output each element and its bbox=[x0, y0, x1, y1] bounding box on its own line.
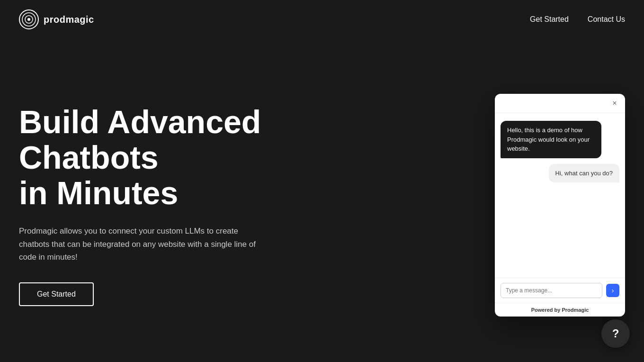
svg-point-3 bbox=[27, 18, 30, 21]
hero-get-started-button[interactable]: Get Started bbox=[19, 282, 94, 306]
logo-text: prodmagic bbox=[44, 14, 94, 25]
chat-input[interactable] bbox=[501, 283, 602, 298]
chat-messages: Hello, this is a demo of how Prodmagic w… bbox=[495, 113, 625, 278]
hero-left: Build Advanced Chatbots in Minutes Prodm… bbox=[19, 104, 303, 306]
hero-section: Build Advanced Chatbots in Minutes Prodm… bbox=[0, 39, 644, 362]
hero-right: × Hello, this is a demo of how Prodmagic… bbox=[495, 94, 625, 317]
logo[interactable]: prodmagic bbox=[19, 9, 94, 29]
nav-get-started[interactable]: Get Started bbox=[530, 15, 569, 24]
chat-header: × bbox=[495, 94, 625, 113]
logo-icon bbox=[19, 9, 39, 29]
chat-close-button[interactable]: × bbox=[610, 99, 619, 108]
chat-user-message: Hi, what can you do? bbox=[549, 164, 619, 183]
chat-input-area: › bbox=[495, 278, 625, 303]
hero-description: Prodmagic allows you to connect your cus… bbox=[19, 225, 256, 263]
chat-widget-mockup: × Hello, this is a demo of how Prodmagic… bbox=[495, 94, 625, 317]
hero-title: Build Advanced Chatbots in Minutes bbox=[19, 104, 303, 210]
navbar: prodmagic Get Started Contact Us bbox=[0, 0, 644, 39]
chat-powered-by: Powered by Prodmagic bbox=[495, 303, 625, 317]
nav-contact-us[interactable]: Contact Us bbox=[588, 15, 625, 24]
help-icon: ? bbox=[612, 327, 619, 340]
floating-help-button[interactable]: ? bbox=[601, 319, 630, 348]
chat-bot-message: Hello, this is a demo of how Prodmagic w… bbox=[501, 121, 601, 158]
chat-send-button[interactable]: › bbox=[606, 284, 619, 297]
nav-links: Get Started Contact Us bbox=[530, 15, 625, 24]
